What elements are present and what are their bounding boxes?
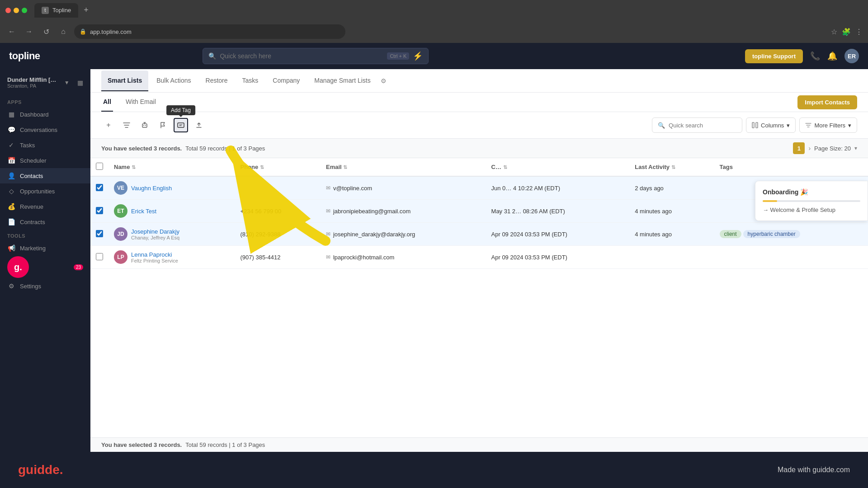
sidebar-item-contracts[interactable]: 📄 Contracts (0, 214, 90, 230)
select-all-checkbox[interactable] (96, 163, 103, 170)
table-row: VE Vaughn English ✉ v@topline.com Jun 0…… (90, 176, 868, 200)
app-header: topline 🔍 Ctrl + K ⚡ topline Support 📞 🔔… (0, 43, 868, 69)
tag-button[interactable]: Add Tag (174, 118, 188, 132)
tab-restore[interactable]: Restore (199, 70, 234, 91)
extensions-icon[interactable]: 🧩 (842, 28, 851, 36)
upload-button[interactable] (192, 118, 206, 132)
bookmark-icon[interactable]: ☆ (831, 28, 837, 36)
settings-tab-icon[interactable]: ⚙ (381, 77, 387, 84)
revenue-icon: 💰 (7, 203, 15, 210)
refresh-button[interactable]: ↺ (40, 25, 52, 38)
new-tab-button[interactable]: + (84, 5, 89, 15)
sidebar-item-dashboard[interactable]: ▦ Dashboard (0, 107, 90, 122)
address-bar[interactable]: 🔒 app.topline.com (74, 24, 345, 39)
sidebar-item-marketing[interactable]: 📢 Marketing (0, 240, 90, 256)
row-phone-cell: (907) 385-4412 (235, 246, 320, 269)
row-checkbox[interactable] (96, 207, 103, 214)
sidebar-item-tasks[interactable]: ✓ Tasks (0, 137, 90, 153)
email-value: josephine_darakjy@darakjy.org (333, 231, 415, 238)
contact-name[interactable]: Vaughn English (131, 185, 172, 192)
sidebar-item-scheduler[interactable]: 📅 Scheduler (0, 153, 90, 168)
contact-name[interactable]: Erick Test (131, 208, 156, 215)
sidebar-item-contacts[interactable]: 👤 Contacts (0, 168, 90, 183)
sidebar-item-opportunities[interactable]: ◇ Opportunities (0, 183, 90, 199)
quick-search[interactable]: 🔍 (652, 117, 742, 133)
svg-point-1 (143, 125, 144, 126)
sidebar-apps-label: Apps (0, 96, 90, 107)
tag[interactable]: hyperbaric chamber (743, 230, 800, 238)
forward-button[interactable]: → (23, 25, 35, 38)
created-header[interactable]: C… ⇅ (486, 158, 630, 176)
contact-avatar: LP (114, 250, 127, 264)
sidebar-item-settings[interactable]: ⚙ Settings (0, 278, 90, 294)
sidebar-item-automation[interactable]: g. 23 (0, 256, 90, 278)
row-checkbox[interactable] (96, 230, 103, 237)
import-contacts-button[interactable]: Import Contacts (797, 95, 857, 109)
sub-tab-with-email[interactable]: With Email (124, 93, 158, 112)
contact-name[interactable]: Lenna Paprocki (131, 251, 178, 258)
name-header[interactable]: Name ⇅ (108, 158, 235, 176)
more-filters-button[interactable]: More Filters ▾ (799, 117, 857, 133)
sidebar-item-revenue[interactable]: 💰 Revenue (0, 199, 90, 214)
add-button[interactable]: + (101, 118, 116, 132)
status-bar: You have selected 3 records. Total 59 re… (90, 139, 868, 158)
header-search[interactable]: 🔍 Ctrl + K ⚡ (203, 48, 429, 64)
onboarding-link[interactable]: → Welcome & Profile Setup (763, 206, 860, 213)
tab-company[interactable]: Company (266, 70, 306, 91)
avatar[interactable]: ER (844, 49, 859, 63)
tab-tasks[interactable]: Tasks (236, 70, 265, 91)
more-filters-chevron: ▾ (848, 122, 851, 129)
search-icon: 🔍 (208, 52, 216, 60)
tab-bulk-actions[interactable]: Bulk Actions (150, 70, 197, 91)
last-activity-header[interactable]: Last Activity ⇅ (629, 158, 714, 176)
email-header[interactable]: Email ⇅ (321, 158, 486, 176)
browser-menu-icon[interactable]: ⋮ (855, 28, 863, 36)
sidebar-item-conversations[interactable]: 💬 Conversations (0, 122, 90, 137)
minimize-dot[interactable] (14, 8, 19, 13)
contact-name-cell: VE Vaughn English (114, 181, 229, 195)
sub-tab-all[interactable]: All (101, 93, 113, 112)
robot-button[interactable] (137, 118, 152, 132)
columns-button[interactable]: Columns ▾ (746, 117, 796, 133)
maximize-dot[interactable] (22, 8, 27, 13)
row-checkbox[interactable] (96, 253, 103, 260)
automation-avatar: g. (7, 256, 29, 278)
filter-button[interactable] (119, 118, 134, 132)
email-cell: ✉ jabronipiebeating@gmail.com (326, 208, 481, 215)
row-phone-cell: (810) 292-9388 (235, 223, 320, 246)
phone-icon[interactable]: 📞 (810, 51, 820, 61)
search-input[interactable] (220, 52, 383, 60)
sidebar-tools-label: Tools (0, 230, 90, 240)
page-size-label[interactable]: Page Size: 20 (814, 145, 851, 152)
contact-name[interactable]: Josephine Darakjy (131, 228, 179, 235)
svg-rect-5 (756, 122, 758, 128)
flag-button[interactable] (156, 118, 170, 132)
quick-search-input[interactable] (669, 122, 727, 129)
phone-header[interactable]: Phone ⇅ (235, 158, 320, 176)
header-actions: topline Support 📞 🔔 ER (745, 49, 859, 63)
row-last-activity-cell: 4 minutes ago (629, 223, 714, 246)
page-size-chevron[interactable]: ▾ (854, 145, 857, 151)
row-checkbox-cell (90, 246, 108, 269)
next-page-arrow[interactable]: › (808, 145, 811, 152)
tab-manage-smart-lists[interactable]: Manage Smart Lists (308, 70, 377, 91)
email-cell: ✉ lpaprocki@hotmail.com (326, 254, 481, 261)
svg-rect-4 (752, 122, 754, 128)
sidebar-item-label: Contracts (20, 219, 45, 225)
home-button[interactable]: ⌂ (57, 25, 70, 38)
tab-smart-lists[interactable]: Smart Lists (101, 70, 148, 91)
close-dot[interactable] (5, 8, 11, 13)
layout-icon[interactable]: ▦ (77, 79, 83, 86)
sidebar-org[interactable]: Dunder Mifflin [… Scranton, PA ▼ ▦ (0, 76, 90, 96)
email-cell: ✉ v@topline.com (326, 185, 481, 192)
browser-tab[interactable]: t Topline (34, 3, 78, 18)
tag[interactable]: client (720, 230, 741, 238)
row-name-cell: ET Erick Test (108, 200, 235, 223)
support-button[interactable]: topline Support (745, 49, 803, 63)
selected-count-text: You have selected 3 records. (101, 145, 182, 152)
scheduler-icon: 📅 (7, 157, 15, 164)
row-checkbox[interactable] (96, 184, 103, 191)
back-button[interactable]: ← (5, 25, 18, 38)
current-page[interactable]: 1 (793, 142, 805, 154)
bell-icon[interactable]: 🔔 (827, 51, 837, 61)
